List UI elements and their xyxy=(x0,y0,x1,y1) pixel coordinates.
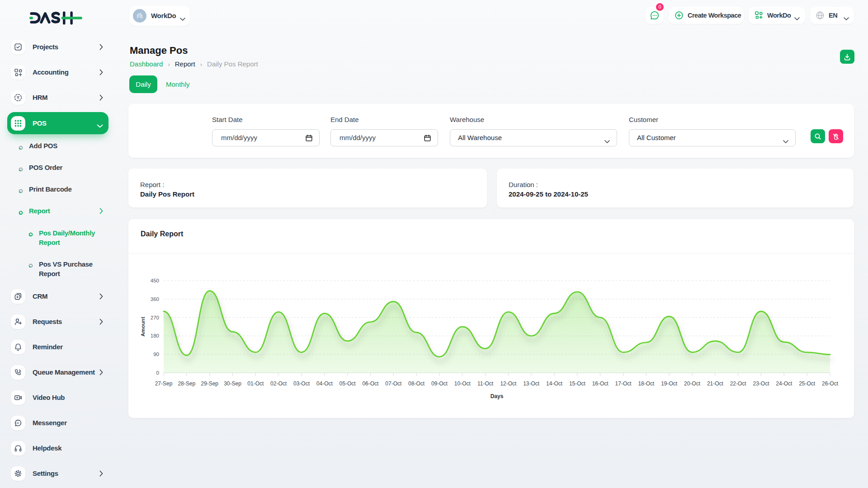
svg-text:Days: Days xyxy=(491,393,504,399)
svg-text:13-Oct: 13-Oct xyxy=(523,380,540,387)
svg-text:07-Oct: 07-Oct xyxy=(385,380,402,387)
svg-text:15-Oct: 15-Oct xyxy=(569,380,586,387)
svg-text:17-Oct: 17-Oct xyxy=(615,380,632,387)
svg-text:29-Sep: 29-Sep xyxy=(201,380,218,387)
svg-text:12-Oct: 12-Oct xyxy=(500,380,517,387)
svg-text:10-Oct: 10-Oct xyxy=(454,380,471,387)
svg-text:06-Oct: 06-Oct xyxy=(362,380,379,387)
svg-text:180: 180 xyxy=(151,333,159,338)
svg-text:26-Oct: 26-Oct xyxy=(822,380,839,387)
svg-text:11-Oct: 11-Oct xyxy=(477,380,494,387)
svg-text:05-Oct: 05-Oct xyxy=(340,380,356,387)
svg-text:20-Oct: 20-Oct xyxy=(684,380,701,387)
svg-text:16-Oct: 16-Oct xyxy=(592,380,609,387)
svg-text:23-Oct: 23-Oct xyxy=(753,380,769,387)
svg-text:01-Oct: 01-Oct xyxy=(247,380,264,387)
svg-text:270: 270 xyxy=(151,315,159,320)
svg-text:21-Oct: 21-Oct xyxy=(707,380,724,387)
svg-text:450: 450 xyxy=(151,278,159,283)
svg-text:22-Oct: 22-Oct xyxy=(730,380,747,387)
svg-text:25-Oct: 25-Oct xyxy=(799,380,816,387)
svg-text:360: 360 xyxy=(151,296,159,302)
svg-text:24-Oct: 24-Oct xyxy=(776,380,793,387)
svg-text:08-Oct: 08-Oct xyxy=(408,380,425,387)
svg-text:90: 90 xyxy=(153,352,159,357)
svg-text:Amount: Amount xyxy=(140,317,146,337)
svg-text:09-Oct: 09-Oct xyxy=(431,380,448,387)
svg-text:0: 0 xyxy=(156,370,159,375)
svg-text:03-Oct: 03-Oct xyxy=(293,380,310,387)
svg-text:14-Oct: 14-Oct xyxy=(546,380,563,387)
svg-text:30-Sep: 30-Sep xyxy=(224,380,241,387)
svg-text:02-Oct: 02-Oct xyxy=(270,380,287,387)
svg-text:27-Sep: 27-Sep xyxy=(155,380,173,387)
svg-text:18-Oct: 18-Oct xyxy=(638,380,655,387)
svg-text:28-Sep: 28-Sep xyxy=(178,380,195,387)
svg-text:19-Oct: 19-Oct xyxy=(661,380,678,387)
svg-text:04-Oct: 04-Oct xyxy=(316,380,333,387)
